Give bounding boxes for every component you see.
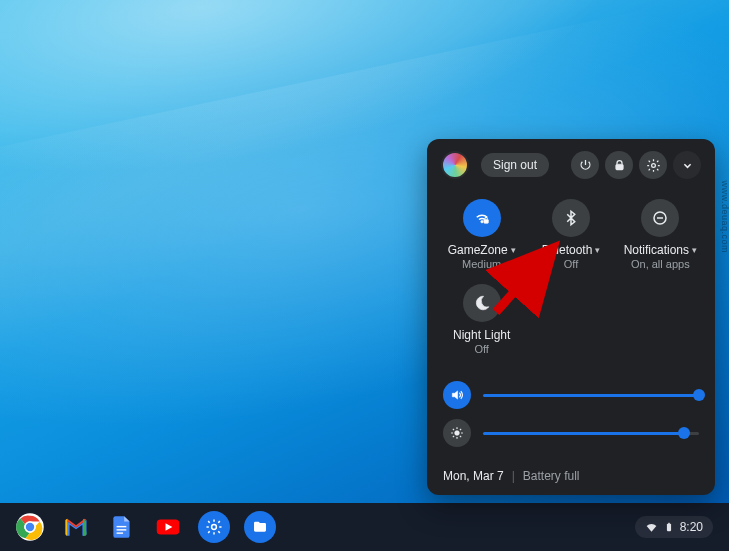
lock-icon [612,158,627,173]
bluetooth-status: Off [564,258,578,270]
notifications-toggle[interactable] [641,199,679,237]
watermark-text: www.deuaq.com [720,181,729,254]
panel-footer: Mon, Mar 7 | Battery full [439,459,703,485]
folder-icon [252,519,268,535]
youtube-app-icon[interactable] [152,511,184,543]
status-pill[interactable]: 8:20 [635,516,713,538]
panel-header: Sign out [439,149,703,189]
svg-rect-18 [117,526,127,527]
system-tray[interactable]: 8:20 [635,516,721,538]
night-light-label: Night Light [453,328,510,342]
svg-point-1 [651,163,655,167]
clock-text: 8:20 [680,520,703,534]
power-icon [578,158,593,173]
svg-rect-0 [615,164,623,170]
youtube-icon [153,512,183,542]
svg-line-11 [460,436,461,437]
caret-down-icon: ▾ [692,245,697,255]
svg-line-12 [453,436,454,437]
footer-separator: | [512,469,515,483]
sign-out-button[interactable]: Sign out [481,153,549,177]
bluetooth-label: Bluetooth [542,243,593,257]
night-light-toggle[interactable] [463,284,501,322]
notifications-tile[interactable]: Notifications▾ On, all apps [618,193,703,274]
caret-down-icon: ▾ [511,245,516,255]
quick-toggle-grid: GameZone▾ Medium Bluetooth▾ Off Notifica… [439,189,703,367]
gmail-icon [62,513,90,541]
volume-slider-row [443,381,699,409]
svg-rect-19 [117,529,127,530]
power-button[interactable] [571,151,599,179]
brightness-thumb[interactable] [678,427,690,439]
gmail-app-icon[interactable] [60,511,92,543]
moon-icon [473,294,491,312]
volume-thumb[interactable] [693,389,705,401]
files-app-icon[interactable] [244,511,276,543]
collapse-button[interactable] [673,151,701,179]
notifications-label: Notifications [624,243,689,257]
user-avatar[interactable] [441,151,469,179]
brightness-slider[interactable] [483,432,699,435]
bluetooth-icon [562,209,580,227]
volume-button[interactable] [443,381,471,409]
svg-point-5 [455,431,460,436]
wifi-toggle[interactable] [463,199,501,237]
svg-rect-23 [667,524,671,532]
svg-rect-2 [484,220,489,224]
chrome-icon [15,512,45,542]
docs-icon [109,514,135,540]
chrome-app-icon[interactable] [14,511,46,543]
docs-app-icon[interactable] [106,511,138,543]
footer-battery: Battery full [523,469,580,483]
wifi-status: Medium [462,258,501,270]
wifi-tile[interactable]: GameZone▾ Medium [439,193,524,274]
brightness-icon [450,426,464,440]
svg-line-10 [453,429,454,430]
bluetooth-toggle[interactable] [552,199,590,237]
brightness-button[interactable] [443,419,471,447]
volume-slider[interactable] [483,394,699,397]
sliders-section [439,367,703,459]
svg-point-22 [212,525,217,530]
night-light-status: Off [474,343,488,355]
svg-line-13 [460,429,461,430]
wifi-status-icon [645,521,658,534]
shelf-app-icons [8,511,276,543]
svg-rect-24 [668,523,670,524]
footer-date: Mon, Mar 7 [443,469,504,483]
settings-button[interactable] [639,151,667,179]
battery-status-icon [664,520,674,534]
shelf: 8:20 [0,503,729,551]
gear-icon [646,158,661,173]
bluetooth-tile[interactable]: Bluetooth▾ Off [528,193,613,274]
notifications-status: On, all apps [631,258,690,270]
brightness-slider-row [443,419,699,447]
wifi-label: GameZone [448,243,508,257]
caret-down-icon: ▾ [595,245,600,255]
settings-app-icon[interactable] [198,511,230,543]
gear-icon [205,518,223,536]
wifi-icon [473,209,491,227]
chevron-down-icon [680,158,695,173]
night-light-tile[interactable]: Night Light Off [439,278,524,359]
volume-icon [450,388,464,402]
do-not-disturb-icon [651,209,669,227]
quick-settings-panel: Sign out GameZone▾ Medium [427,139,715,495]
lock-button[interactable] [605,151,633,179]
svg-rect-20 [117,532,124,533]
